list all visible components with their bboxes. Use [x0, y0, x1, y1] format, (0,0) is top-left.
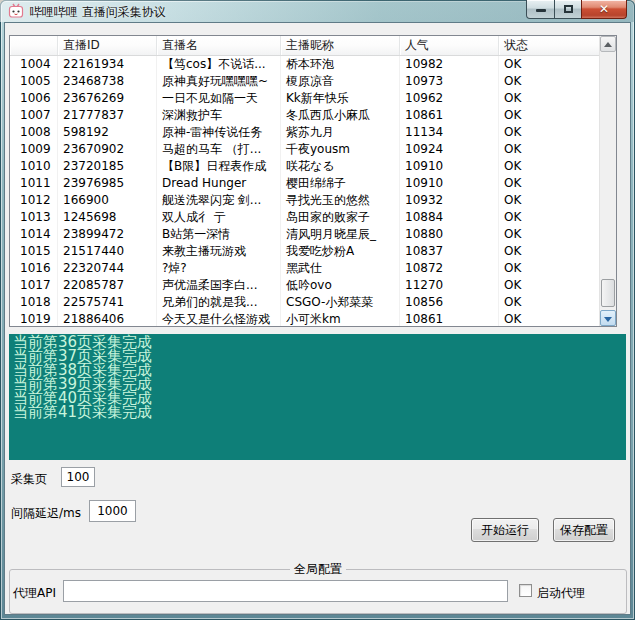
table-cell: 11134: [400, 124, 499, 141]
table-row[interactable]: 101423899472B站第一深情清风明月晓星辰_10880OK: [10, 226, 599, 243]
table-cell: 舰送洗翠闪宠 剑...: [157, 192, 281, 209]
maximize-button[interactable]: [554, 0, 582, 19]
pages-label: 采集页: [11, 471, 47, 488]
proxy-api-input[interactable]: [63, 580, 508, 602]
global-config-title: 全局配置: [290, 561, 346, 578]
table-cell: 榎原凉音: [281, 73, 400, 90]
table-cell: 来教主播玩游戏: [157, 243, 281, 260]
table-row[interactable]: 101023720185【B限】日程表作成咲花なる10910OK: [10, 158, 599, 175]
table-cell: 23899472: [58, 226, 157, 243]
live-room-table: 直播ID直播名主播昵称人气状态 100422161934【笃cos】不说话...…: [9, 35, 617, 327]
table-row[interactable]: 1012166900舰送洗翠闪宠 剑...寻找光玉的悠然10932OK: [10, 192, 599, 209]
start-run-button[interactable]: 开始运行: [471, 518, 539, 542]
table-cell: 1017: [10, 277, 58, 294]
table-cell: 兄弟们的就是我...: [157, 294, 281, 311]
table-cell: 樱田绵绵子: [281, 175, 400, 192]
proxy-api-label: 代理API: [13, 585, 56, 602]
column-header-5[interactable]: 状态: [499, 36, 599, 55]
table-cell: OK: [499, 158, 599, 175]
table-cell: 23976985: [58, 175, 157, 192]
table-cell: OK: [499, 90, 599, 107]
save-config-button[interactable]: 保存配置: [553, 518, 615, 542]
table-cell: 寻找光玉的悠然: [281, 192, 400, 209]
table-cell: 10982: [400, 56, 499, 73]
window-title: 哔哩哔哩 直播间采集协议: [30, 4, 166, 21]
table-cell: 1016: [10, 260, 58, 277]
minimize-button[interactable]: [526, 0, 555, 19]
scroll-down-button[interactable]: [600, 310, 616, 326]
table-row[interactable]: 100623676269一日不见如隔一天Kk新年快乐10962OK: [10, 90, 599, 107]
table-cell: 1005: [10, 73, 58, 90]
table-cell: 桥本环泡: [281, 56, 400, 73]
table-cell: OK: [499, 277, 599, 294]
column-header-2[interactable]: 直播名: [157, 36, 281, 55]
table-cell: 千夜yousm: [281, 141, 400, 158]
table-row[interactable]: 101622320744?焯?黑武仕10872OK: [10, 260, 599, 277]
arrow-down-icon: [604, 317, 612, 322]
table-cell: 22161934: [58, 56, 157, 73]
client-area: 直播ID直播名主播昵称人气状态 100422161934【笃cos】不说话...…: [4, 22, 631, 615]
table-cell: 1012: [10, 192, 58, 209]
table-row[interactable]: 100721777837深渊救护车冬瓜西瓜小麻瓜10861OK: [10, 107, 599, 124]
log-area[interactable]: 当前第36页采集完成当前第37页采集完成当前第38页采集完成当前第39页采集完成…: [9, 334, 626, 460]
close-button[interactable]: ✕: [581, 0, 627, 19]
enable-proxy-label: 启动代理: [537, 585, 585, 602]
maximize-icon: [564, 5, 573, 13]
table-row[interactable]: 101521517440来教主播玩游戏我爱吃炒粉A10837OK: [10, 243, 599, 260]
table-cell: 10880: [400, 226, 499, 243]
table-row[interactable]: 101722085787声优温柔国李白...低吟ovo11270OK: [10, 277, 599, 294]
table-cell: 23720185: [58, 158, 157, 175]
table-cell: 【笃cos】不说话...: [157, 56, 281, 73]
table-cell: 今天又是什么怪游戏: [157, 311, 281, 327]
table-row[interactable]: 101123976985Dread Hunger樱田绵绵子10910OK: [10, 175, 599, 192]
app-window: 哔哩哔哩 直播间采集协议 ✕ 直播ID直播名主播昵称人气状态 100422161…: [0, 0, 635, 620]
table-cell: OK: [499, 260, 599, 277]
table-cell: OK: [499, 226, 599, 243]
column-header-1[interactable]: 直播ID: [58, 36, 157, 55]
table-cell: 紫苏九月: [281, 124, 400, 141]
table-cell: OK: [499, 311, 599, 327]
table-cell: 1014: [10, 226, 58, 243]
table-cell: 23676269: [58, 90, 157, 107]
enable-proxy-checkbox[interactable]: [519, 584, 532, 597]
table-row[interactable]: 10131245698双人成彳 亍岛田家的败家子10884OK: [10, 209, 599, 226]
table-cell: 岛田家的败家子: [281, 209, 400, 226]
table-cell: OK: [499, 56, 599, 73]
table-cell: 598192: [58, 124, 157, 141]
column-header-0[interactable]: [10, 36, 58, 55]
minimize-icon: [536, 9, 546, 12]
pages-input[interactable]: [61, 467, 95, 487]
table-cell: 10837: [400, 243, 499, 260]
table-row[interactable]: 1008598192原神-雷神传说任务紫苏九月11134OK: [10, 124, 599, 141]
delay-input[interactable]: [89, 500, 136, 522]
table-cell: 10973: [400, 73, 499, 90]
column-header-3[interactable]: 主播昵称: [281, 36, 400, 55]
vertical-scrollbar[interactable]: [599, 36, 616, 326]
table-cell: 1011: [10, 175, 58, 192]
table-cell: OK: [499, 294, 599, 311]
arrow-up-icon: [604, 42, 612, 47]
column-header-4[interactable]: 人气: [400, 36, 499, 55]
table-cell: 1007: [10, 107, 58, 124]
table-cell: 我爱吃炒粉A: [281, 243, 400, 260]
table-row[interactable]: 100923670902马超的马车 （打...千夜yousm10924OK: [10, 141, 599, 158]
table-row[interactable]: 101822575741兄弟们的就是我...CSGO-小郑菜菜10856OK: [10, 294, 599, 311]
table-cell: 黑武仕: [281, 260, 400, 277]
table-cell: 1015: [10, 243, 58, 260]
table-cell: 10910: [400, 175, 499, 192]
table-row[interactable]: 100422161934【笃cos】不说话...桥本环泡10982OK: [10, 56, 599, 73]
table-cell: 一日不见如隔一天: [157, 90, 281, 107]
title-bar[interactable]: 哔哩哔哩 直播间采集协议 ✕: [0, 0, 635, 22]
table-cell: 1018: [10, 294, 58, 311]
table-row[interactable]: 101921886406今天又是什么怪游戏小可米km10861OK: [10, 311, 599, 327]
table-cell: 1013: [10, 209, 58, 226]
table-cell: 【B限】日程表作成: [157, 158, 281, 175]
table-row[interactable]: 100523468738原神真好玩嘿嘿嘿~榎原凉音10973OK: [10, 73, 599, 90]
table-cell: 低吟ovo: [281, 277, 400, 294]
scroll-up-button[interactable]: [600, 36, 616, 52]
table-cell: 1004: [10, 56, 58, 73]
scrollbar-thumb[interactable]: [601, 279, 615, 307]
table-cell: 马超的马车 （打...: [157, 141, 281, 158]
table-header: 直播ID直播名主播昵称人气状态: [10, 36, 599, 56]
table-cell: 1008: [10, 124, 58, 141]
